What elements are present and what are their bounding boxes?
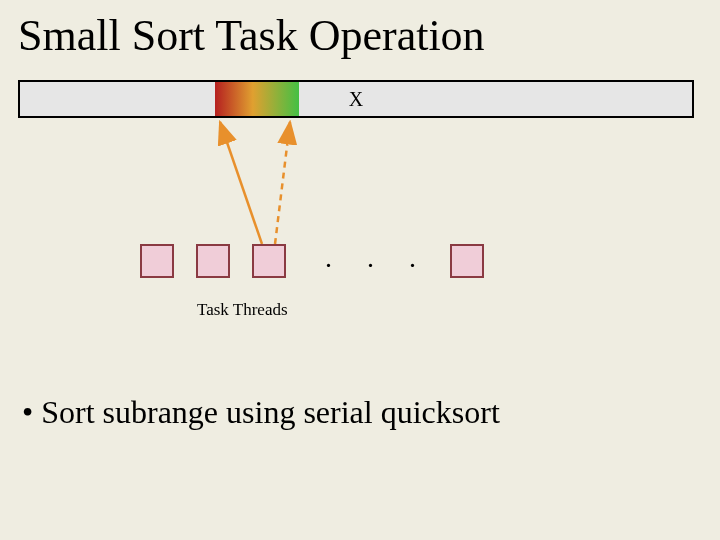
- ellipsis-icon: . . .: [325, 242, 430, 274]
- array-bar: X: [18, 80, 694, 118]
- slide-title: Small Sort Task Operation: [18, 10, 485, 61]
- sorted-subrange-gradient: [215, 82, 299, 116]
- arrow-dashed: [275, 122, 290, 244]
- thread-box-1: [140, 244, 174, 278]
- task-threads-label: Task Threads: [197, 300, 288, 320]
- thread-box-2: [196, 244, 230, 278]
- array-label: X: [349, 88, 363, 111]
- arrow-solid: [220, 122, 262, 244]
- thread-box-3: [252, 244, 286, 278]
- bullet-point: • Sort subrange using serial quicksort: [22, 394, 500, 431]
- thread-box-4: [450, 244, 484, 278]
